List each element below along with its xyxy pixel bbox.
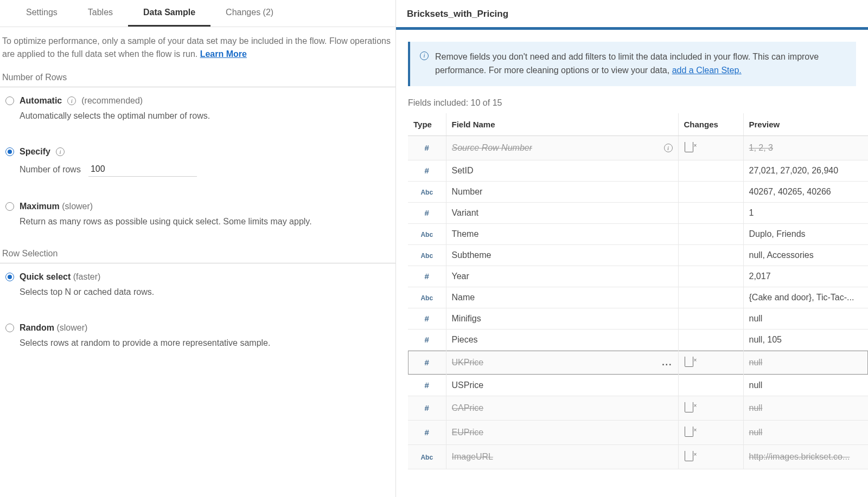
field-row[interactable]: AbcNumber40267, 40265, 40266 [408, 181, 868, 202]
add-clean-step-link[interactable]: add a Clean Step. [672, 66, 742, 75]
option-automatic[interactable]: Automatic i (recommended) Automatically … [0, 87, 395, 131]
field-name: Source Row Number [452, 143, 533, 153]
option-quick-select[interactable]: Quick select (faster) Selects top N or c… [0, 263, 395, 307]
field-row[interactable]: #Year2,017 [408, 266, 868, 287]
field-preview: {Cake and door}, Tic-Tac-... [743, 287, 868, 308]
remove-field-icon[interactable]: × [684, 356, 694, 369]
field-preview: 27,021, 27,020, 26,940 [743, 160, 868, 181]
number-type-icon: # [425, 314, 429, 323]
field-preview: 1 [743, 202, 868, 223]
field-name: UKPrice [452, 358, 484, 367]
field-row[interactable]: #Piecesnull, 105 [408, 329, 868, 350]
field-row[interactable]: #Source Row Numberi×1, 2, 3 [408, 135, 868, 160]
tab-changes-2-[interactable]: Changes (2) [210, 0, 289, 27]
option-specify[interactable]: Specify i Number of rows [0, 138, 395, 185]
field-row[interactable]: #Variant1 [408, 202, 868, 223]
field-row[interactable]: #EUPrice×null [408, 420, 868, 444]
tab-data-sample[interactable]: Data Sample [128, 0, 210, 27]
fields-included: Fields included: 10 of 15 [396, 86, 868, 113]
info-icon: i [420, 51, 429, 60]
remove-field-icon[interactable]: × [684, 402, 694, 415]
field-name: Minifigs [452, 314, 481, 324]
field-row[interactable]: AbcSubthemenull, Accessories [408, 244, 868, 266]
number-type-icon: # [425, 380, 429, 390]
field-row[interactable]: AbcName{Cake and door}, Tic-Tac-... [408, 287, 868, 308]
field-row[interactable]: #CAPrice×null [408, 396, 868, 420]
learn-more-link[interactable]: Learn More [200, 49, 247, 59]
more-options-icon[interactable]: ... [662, 358, 672, 367]
field-preview: null [743, 350, 868, 375]
radio-icon [5, 324, 14, 332]
accent-bar [396, 27, 868, 30]
col-name[interactable]: Field Name [446, 113, 678, 136]
right-panel: Bricksets_with_Pricing i Remove fields y… [396, 0, 868, 497]
field-name: Theme [452, 229, 479, 239]
number-type-icon: # [425, 208, 429, 217]
string-type-icon: Abc [420, 231, 433, 238]
field-preview: null [743, 308, 868, 329]
option-maximum[interactable]: Maximum (slower) Return as many rows as … [0, 193, 395, 236]
field-preview: http://images.brickset.co... [743, 444, 868, 469]
option-random[interactable]: Random (slower) Selects rows at random t… [0, 314, 395, 358]
section-row-selection: Row Selection [0, 237, 395, 263]
number-type-icon: # [425, 272, 429, 281]
field-preview: 1, 2, 3 [743, 135, 868, 160]
left-panel: SettingsTablesData SampleChanges (2) To … [0, 0, 396, 497]
remove-field-icon[interactable]: × [684, 450, 694, 463]
field-name: Name [452, 293, 475, 302]
tab-tables[interactable]: Tables [73, 0, 128, 27]
number-type-icon: # [425, 358, 429, 367]
string-type-icon: Abc [420, 454, 433, 461]
field-preview: null [743, 396, 868, 420]
field-row[interactable]: AbcThemeDuplo, Friends [408, 223, 868, 244]
field-preview: null [743, 375, 868, 396]
field-row[interactable]: AbcImageURL×http://images.brickset.co... [408, 444, 868, 469]
field-row[interactable]: #Minifigsnull [408, 308, 868, 329]
remove-field-icon[interactable]: × [684, 426, 694, 439]
field-row[interactable]: #UKPrice...×null [408, 350, 868, 375]
fields-tbody: #Source Row Numberi×1, 2, 3#SetID27,021,… [408, 135, 868, 469]
field-preview: null [743, 420, 868, 444]
info-icon[interactable]: i [67, 96, 76, 105]
field-name: Year [452, 272, 469, 281]
string-type-icon: Abc [420, 294, 433, 302]
source-title: Bricksets_with_Pricing [396, 0, 868, 27]
field-name: SetID [452, 166, 474, 176]
info-icon[interactable]: i [664, 144, 673, 152]
section-number-of-rows: Number of Rows [0, 61, 395, 87]
number-type-icon: # [425, 428, 429, 437]
remove-field-icon[interactable]: × [684, 141, 694, 154]
field-preview: 2,017 [743, 266, 868, 287]
string-type-icon: Abc [420, 252, 433, 260]
field-name: CAPrice [452, 403, 484, 413]
field-name: ImageURL [452, 452, 493, 462]
field-preview: 40267, 40265, 40266 [743, 181, 868, 202]
field-row[interactable]: #USPricenull [408, 375, 868, 396]
field-preview: Duplo, Friends [743, 223, 868, 244]
number-type-icon: # [425, 166, 429, 175]
fields-table: Type Field Name Changes Preview #Source … [408, 113, 868, 469]
info-icon[interactable]: i [56, 147, 65, 156]
radio-icon [5, 202, 14, 211]
radio-icon [5, 147, 14, 156]
field-name: Pieces [452, 335, 478, 345]
col-preview[interactable]: Preview [743, 113, 868, 136]
hint-box: i Remove fields you don't need and add f… [408, 42, 856, 86]
field-name: EUPrice [452, 428, 484, 437]
number-type-icon: # [425, 335, 429, 344]
info-text-body: To optimize performance, only a sample o… [2, 36, 391, 59]
field-name: Variant [452, 208, 479, 218]
tab-settings[interactable]: Settings [11, 0, 73, 27]
field-name: Number [452, 187, 483, 197]
field-row[interactable]: #SetID27,021, 27,020, 26,940 [408, 160, 868, 181]
field-name: Subtheme [452, 250, 492, 260]
field-name: USPrice [452, 380, 484, 390]
radio-icon [5, 96, 14, 105]
number-type-icon: # [425, 403, 429, 412]
rows-label: Number of rows [20, 165, 81, 175]
radio-icon [5, 273, 14, 281]
col-changes[interactable]: Changes [678, 113, 743, 136]
col-type[interactable]: Type [408, 113, 446, 136]
rows-input[interactable] [88, 162, 197, 177]
field-preview: null, Accessories [743, 244, 868, 266]
